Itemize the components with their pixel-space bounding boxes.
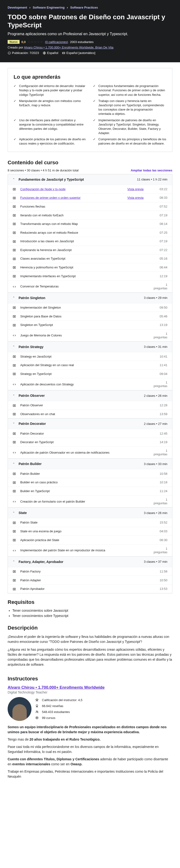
lecture-row[interactable]: Introducción a las clases en JavaScript0…	[8, 237, 172, 246]
lecture-row[interactable]: Builder en TypeScript11:24	[8, 487, 172, 495]
lecture-row[interactable]: Explorando la herencia en JavaScript07:2…	[8, 246, 172, 254]
learn-heading: Lo que aprenderás	[14, 74, 166, 80]
breadcrumb-link[interactable]: Software Practices	[70, 6, 98, 9]
lecture-title[interactable]: Configuración de Node y ts-node	[20, 187, 127, 191]
creator-link[interactable]: Alvaro Chirou • 1.700.000+ Enrollments W…	[24, 45, 113, 49]
lecture-title: Creación de un formulario con el patrón …	[20, 500, 153, 503]
lecture-title: State en una escena de juego	[20, 529, 153, 533]
lecture-row[interactable]: Funciones flechas07:52	[8, 202, 172, 211]
lecture-row[interactable]: Herencia y polimorfismo en TypeScript06:…	[8, 263, 172, 272]
video-icon	[12, 403, 17, 407]
video-icon	[12, 538, 17, 542]
requirement-item: Tener conocimientos sobre Typescript	[12, 614, 172, 618]
lecture-row[interactable]: Funciones de primer orden y orden superi…	[8, 193, 172, 202]
star-icons: ☆☆☆☆☆	[28, 40, 43, 44]
lecture-duration: 1 preguntas	[153, 381, 168, 388]
section-header[interactable]: ⌃Patrón Decorator2 clases • 27 min	[8, 418, 172, 429]
lecture-row[interactable]: Aplicación de descuentos con Strategy1 p…	[8, 378, 172, 390]
breadcrumb-link[interactable]: Software Engineering	[33, 6, 65, 9]
lecture-row[interactable]: Observadores en un chat13:59	[8, 410, 172, 418]
chevron-up-icon: ⌃	[12, 296, 15, 299]
lecture-row[interactable]: Patrón Observer12:28	[8, 401, 172, 410]
section-header[interactable]: ⌃Patrón Observer2 clases • 26 min	[8, 391, 172, 401]
section-header[interactable]: ⌃Fundamentos de JavaScript y TypeScript1…	[8, 174, 172, 185]
lecture-row[interactable]: Configuración de Node y ts-nodeVista pre…	[8, 185, 172, 193]
code-icon	[12, 334, 17, 337]
instructor-name-link[interactable]: Alvaro Chirou • 1.700.000+ Enrollments W…	[8, 685, 172, 690]
lecture-title: Juego de Memoria de Colores	[20, 334, 153, 337]
check-icon: ✓	[14, 99, 16, 116]
creator-row: Creado por Alvaro Chirou • 1.700.000+ En…	[8, 45, 172, 49]
lecture-row[interactable]: Conversor de Temperaturas1 preguntas	[8, 280, 172, 292]
ratings-link[interactable]: (0 calificaciones)	[45, 40, 68, 44]
preview-link[interactable]: Vista previa	[127, 187, 144, 191]
lecture-duration: 10:41	[153, 355, 168, 358]
lecture-row[interactable]: Implementación del patrón State en un re…	[8, 544, 172, 556]
lecture-title: Aplicación práctica del State	[20, 538, 153, 542]
lecture-title: Implementación del Singleton	[20, 306, 153, 309]
lecture-row[interactable]: Patrón Decorator12:45	[8, 429, 172, 438]
lecture-title: Clases avanzadas en TypeScript	[20, 257, 153, 260]
section-header[interactable]: ⌃Patrón Builder3 clases • 33 min	[8, 459, 172, 469]
lecture-row[interactable]: Patrón Factory11:58	[8, 567, 172, 576]
lecture-title: Aplicación de patrón Observador en un si…	[20, 451, 153, 454]
new-badge: Nuevo	[8, 40, 20, 44]
lecture-row[interactable]: Clases avanzadas en TypeScript05:16	[8, 254, 172, 263]
expand-all-button[interactable]: Ampliar todas las secciones	[131, 168, 172, 172]
lecture-row[interactable]: Patrón Builder10:58	[8, 469, 172, 478]
lecture-title: Funciones flechas	[20, 205, 153, 208]
lecture-row[interactable]: Juego de Memoria de Colores1 preguntas	[8, 329, 172, 341]
lecture-row[interactable]: Creación de un formulario con el patrón …	[8, 495, 172, 507]
section-header[interactable]: ⌃Patrón Singleton3 clases • 29 min	[8, 293, 172, 303]
lecture-title: Singleton en TypeScript	[20, 323, 153, 327]
lecture-duration: 09:04	[153, 372, 168, 376]
lecture-row[interactable]: Iterando con el método forEach07:19	[8, 211, 172, 219]
lecture-row[interactable]: Transformando arrays con el método Map08…	[8, 219, 172, 228]
instructor-avatar[interactable]	[8, 697, 31, 721]
bio-paragraph: Cuento con diferentes Títulos, Diplomas …	[8, 757, 172, 767]
lecture-row[interactable]: Aplicación de patrón Observador en un si…	[8, 446, 172, 458]
lecture-duration: 1 preguntas	[153, 547, 168, 554]
lecture-duration: 12:28	[153, 403, 168, 407]
section-header[interactable]: ⌃Factory, Adapter, Aprobador3 clases • 3…	[8, 557, 172, 567]
lecture-row[interactable]: State en una escena de juego04:03	[8, 527, 172, 536]
lecture-row[interactable]: Patrón State15:52	[8, 518, 172, 527]
video-icon	[12, 314, 17, 318]
lecture-duration: 07:25	[153, 231, 168, 235]
breadcrumb-link[interactable]: Development	[8, 6, 27, 9]
lecture-row[interactable]: Patrón Adapter10:50	[8, 576, 172, 584]
lecture-duration: 1 preguntas	[153, 449, 168, 456]
lecture-row[interactable]: Strategy en JavaScript10:41	[8, 352, 172, 361]
lecture-row[interactable]: Reduciendo arrays con el método Reduce07…	[8, 228, 172, 237]
lecture-title: Explorando la herencia en JavaScript	[20, 248, 153, 252]
video-icon	[12, 578, 17, 582]
lecture-row[interactable]: Singleton para Base de Datos05:46	[8, 312, 172, 320]
lecture-row[interactable]: Aplicación práctica del State06:30	[8, 535, 172, 544]
lecture-row[interactable]: Implementando interfaces en TypeScript12…	[8, 272, 172, 280]
preview-link[interactable]: Vista previa	[127, 196, 144, 199]
lecture-duration: 03:22	[153, 187, 168, 191]
lecture-title[interactable]: Funciones de primer orden y orden superi…	[20, 196, 127, 199]
lecture-title: Implementación del patrón State en un re…	[20, 549, 153, 552]
star-icon	[35, 698, 38, 702]
video-icon	[12, 230, 17, 235]
lecture-title: Patrón Aprobador	[20, 587, 153, 591]
learn-item: ✓Implementación de patrones de diseño en…	[93, 118, 166, 135]
video-icon	[12, 587, 17, 591]
section-header[interactable]: ⌃State3 clases • 26 min	[8, 507, 172, 518]
bio-paragraph: Trabaje en Empresas privadas, Petroleras…	[8, 769, 172, 779]
chevron-up-icon: ⌃	[12, 422, 15, 425]
lecture-row[interactable]: Implementación del Singleton09:50	[8, 303, 172, 312]
code-icon	[12, 382, 17, 386]
lecture-title: Singleton para Base de Datos	[20, 314, 153, 318]
lecture-row[interactable]: Patrón Aprobador13:53	[8, 584, 172, 593]
lecture-row[interactable]: Strategy en TypeScript09:04	[8, 369, 172, 378]
lecture-row[interactable]: Builder en un caso práctico10:18	[8, 478, 172, 487]
lecture-row[interactable]: Decorator en TypeScript14:19	[8, 438, 172, 446]
lecture-duration: 12:19	[153, 274, 168, 278]
section-header[interactable]: ⌃Patrón Strategy3 clases • 31 min	[8, 342, 172, 352]
lecture-row[interactable]: Aplicación del Strategy en un caso real1…	[8, 361, 172, 369]
lecture-duration: 07:22	[153, 248, 168, 252]
lecture-row[interactable]: Singleton en TypeScript13:19	[8, 320, 172, 329]
instructor-reviews: 66.642 reseñas	[35, 704, 82, 708]
